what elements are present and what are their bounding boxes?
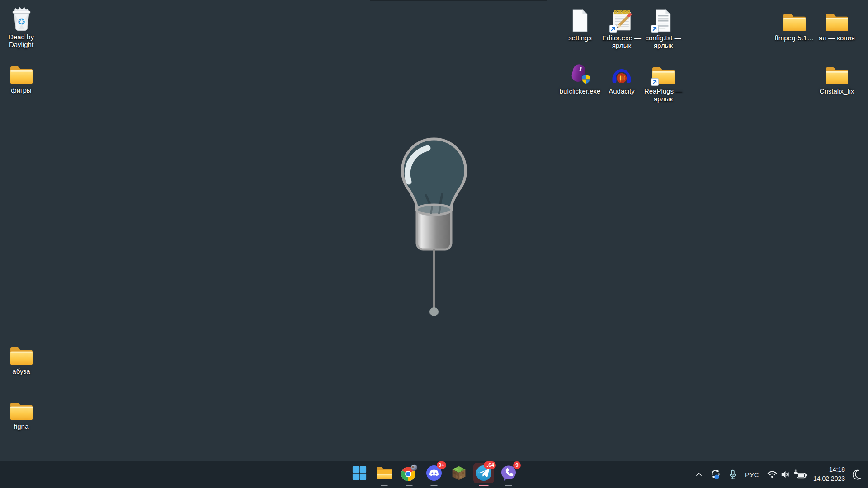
notification-badge: ..64 bbox=[484, 461, 496, 469]
folder-icon bbox=[0, 338, 43, 366]
lightbulb-illustration bbox=[389, 132, 479, 322]
folder-icon bbox=[815, 5, 859, 33]
taskbar-chrome-button[interactable] bbox=[399, 461, 420, 488]
desktop-icon-label: абуза bbox=[0, 367, 43, 375]
desktop-icon-label: settings bbox=[558, 34, 602, 42]
desktop-icon-editor-exe[interactable]: Editor.exe — ярлык bbox=[600, 5, 643, 49]
language-indicator[interactable]: РУС bbox=[741, 465, 763, 483]
explorer-icon bbox=[374, 463, 395, 483]
app-bufclicker-icon bbox=[558, 58, 602, 86]
start-icon bbox=[349, 463, 370, 483]
clock-time: 14:18 bbox=[813, 465, 845, 474]
folder-shortcut-icon bbox=[642, 58, 685, 86]
folder-icon bbox=[773, 5, 816, 33]
moon-icon bbox=[850, 469, 862, 480]
desktop-icon-label: Audacity bbox=[600, 87, 643, 95]
desktop-icon-label: ReaPlugs — ярлык bbox=[642, 87, 685, 103]
desktop-icon-label: config.txt — ярлык bbox=[642, 34, 685, 49]
desktop: Dead by DaylightфигрыабузаfignasettingsE… bbox=[0, 0, 868, 488]
network-volume-battery-button[interactable] bbox=[763, 469, 810, 480]
taskbar-discord-button[interactable]: 9+ bbox=[424, 461, 444, 488]
focus-assist-button[interactable] bbox=[848, 465, 864, 483]
chevron-up-icon bbox=[693, 469, 704, 480]
folder-icon bbox=[0, 393, 43, 421]
notification-badge: 9+ bbox=[437, 461, 446, 469]
folder-icon bbox=[0, 57, 43, 85]
battery-charging-icon bbox=[793, 469, 807, 480]
wifi-icon bbox=[766, 469, 778, 480]
desktop-icon-label: Cristalix_fix bbox=[815, 87, 859, 95]
hidden-window-edge bbox=[370, 0, 547, 1]
running-indicator bbox=[406, 485, 413, 486]
running-indicator bbox=[505, 485, 512, 486]
running-indicator bbox=[381, 485, 388, 486]
desktop-icon-label: фигры bbox=[0, 86, 43, 94]
desktop-icon-abuza[interactable]: абуза bbox=[0, 338, 43, 375]
desktop-icon-label: ffmpeg-5.1… bbox=[773, 34, 816, 42]
desktop-icon-label: figna bbox=[0, 422, 43, 430]
taskbar-telegram-button[interactable]: ..64 bbox=[473, 461, 494, 488]
volume-icon bbox=[779, 469, 792, 480]
desktop-icon-label: ял — копия bbox=[815, 34, 859, 42]
microphone-tray-icon[interactable] bbox=[725, 465, 741, 483]
recycle-bin-full-icon bbox=[0, 4, 43, 32]
microphone-icon bbox=[727, 469, 739, 480]
desktop-icon-audacity[interactable]: Audacity bbox=[600, 58, 643, 95]
taskbar-app-group: 9+..649 bbox=[349, 461, 519, 488]
tray-chevron-button[interactable] bbox=[691, 465, 707, 483]
taskbar-minecraft-button[interactable] bbox=[448, 461, 469, 488]
taskbar-explorer-button[interactable] bbox=[374, 461, 395, 488]
desktop-icon-figna[interactable]: figna bbox=[0, 393, 43, 430]
running-indicator bbox=[431, 485, 438, 486]
desktop-icon-dead-by-daylight[interactable]: Dead by Daylight bbox=[0, 4, 43, 48]
taskbar-start-button[interactable] bbox=[349, 461, 370, 488]
desktop-icon-bufclicker[interactable]: bufclicker.exe bbox=[558, 58, 602, 95]
system-tray: РУС bbox=[691, 461, 864, 488]
folder-icon bbox=[815, 58, 859, 86]
clock-date: 14.02.2023 bbox=[813, 474, 845, 483]
shortcut-arrow-icon bbox=[651, 78, 659, 86]
shortcut-arrow-icon bbox=[651, 25, 659, 33]
wallpaper-lightbulb bbox=[389, 132, 479, 322]
desktop-icon-reaplugs[interactable]: ReaPlugs — ярлык bbox=[642, 58, 685, 103]
desktop-icon-ffmpeg[interactable]: ffmpeg-5.1… bbox=[773, 5, 816, 42]
desktop-icon-figry[interactable]: фигры bbox=[0, 57, 43, 94]
clock[interactable]: 14:18 14.02.2023 bbox=[810, 465, 848, 483]
desktop-icon-label: Editor.exe — ярлык bbox=[600, 34, 643, 49]
desktop-icon-label: Dead by Daylight bbox=[0, 33, 43, 48]
document-text-shortcut-icon bbox=[642, 5, 685, 33]
sync-tray-icon[interactable] bbox=[707, 465, 725, 483]
desktop-icon-settings[interactable]: settings bbox=[558, 5, 602, 42]
taskbar-viber-button[interactable]: 9 bbox=[498, 461, 519, 488]
document-blank-icon bbox=[558, 5, 602, 33]
desktop-icon-label: bufclicker.exe bbox=[558, 87, 602, 95]
running-indicator bbox=[479, 485, 489, 486]
notepad-shortcut-icon bbox=[600, 5, 643, 33]
desktop-icon-cristalix[interactable]: Cristalix_fix bbox=[815, 58, 859, 95]
app-audacity-icon bbox=[600, 58, 643, 86]
chrome-icon bbox=[399, 463, 420, 483]
minecraft-icon bbox=[448, 463, 469, 483]
shortcut-arrow-icon bbox=[609, 25, 617, 33]
desktop-icon-yal-copy[interactable]: ял — копия bbox=[815, 5, 859, 42]
taskbar: 9+..649 bbox=[0, 461, 868, 488]
sync-icon bbox=[709, 469, 722, 481]
notification-badge: 9 bbox=[513, 461, 521, 469]
desktop-icon-config-txt[interactable]: config.txt — ярлык bbox=[642, 5, 685, 49]
